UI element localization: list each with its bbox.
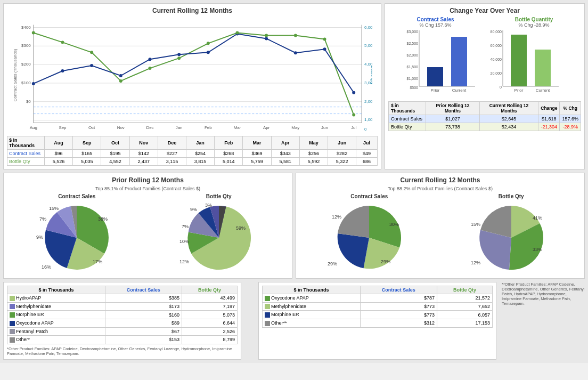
current-row1-swatch (265, 296, 270, 301)
cs-apr: $343 (271, 150, 299, 158)
prior-cs-pie-svg: 38% 17% 16% 9% 7% 15% (34, 200, 119, 275)
prior-row1-swatch (10, 296, 15, 301)
prior-bq-pie-container: Bottle Qty (149, 193, 289, 275)
svg-text:$200: $200 (21, 62, 31, 67)
table-header-oct: Oct (101, 136, 129, 150)
svg-text:Feb: Feb (205, 125, 212, 130)
current-row2-qty: 7,652 (437, 302, 492, 311)
bq-feb: 5,014 (215, 158, 243, 166)
table-header-label: $ in Thousands (7, 136, 45, 150)
yoy-row-bq-change: -21,304 (538, 123, 560, 131)
spacer (244, 282, 255, 360)
table-header-mar: Mar (243, 136, 271, 150)
prior-row3-swatch (10, 312, 15, 318)
svg-text:Prior: Prior (431, 88, 440, 93)
current-row2-label: Methylphenidate (263, 302, 361, 311)
prior-pie-subtitle: Top 85.1% of Product Families (Contract … (7, 186, 289, 191)
table-row: Morphine ER $773 6,057 (263, 311, 493, 319)
bq-apr: 5,581 (271, 158, 299, 166)
prior-cs-pie-label: Contract Sales (58, 193, 95, 199)
yoy-row-bq-prior: 73,738 (426, 123, 479, 131)
current-row1-qty: 21,572 (437, 294, 492, 303)
yoy-cs-svg: $3,000 $2,500 $2,000 $1,500 $1,000 $500 … (403, 28, 478, 97)
table-row: Fentanyl Patch $67 2,526 (7, 327, 238, 336)
svg-text:12%: 12% (471, 260, 480, 265)
svg-point-33 (323, 47, 326, 51)
svg-point-36 (61, 41, 64, 44)
prior-row2-swatch (10, 304, 15, 309)
svg-point-44 (294, 34, 297, 37)
svg-text:$2,500: $2,500 (407, 42, 419, 45)
prior-row5-sales: $67 (105, 327, 182, 336)
current-row1-label: Oxycodone APAP (263, 294, 361, 303)
svg-text:Current: Current (536, 88, 550, 93)
prior-row4-label: Oxycodone APAP (7, 319, 105, 327)
prior-bq-pie-label: Bottle Qty (206, 193, 232, 199)
yoy-th-pctchg: % Chg (560, 102, 581, 115)
svg-text:$500: $500 (410, 86, 418, 90)
svg-point-38 (119, 79, 123, 83)
prior-data-table: $ in Thousands Contract Sales Bottle Qty… (7, 286, 238, 344)
svg-text:16%: 16% (42, 264, 51, 270)
svg-text:Prior: Prior (514, 88, 524, 93)
svg-text:$1,000: $1,000 (407, 77, 419, 80)
cs-nov: $142 (129, 150, 158, 158)
current-row1-sales: $787 (360, 294, 437, 303)
prior-row4-sales: $89 (105, 319, 182, 327)
bq-dec: 3,115 (158, 158, 186, 166)
svg-text:Jul: Jul (351, 125, 356, 130)
prior-bq-bar (511, 35, 527, 86)
svg-text:29%: 29% (328, 261, 337, 266)
current-cs-pie-container: Contract Sales 30% (299, 193, 439, 275)
current-row4-swatch (265, 321, 270, 326)
bq-jun: 5,322 (328, 158, 356, 166)
current-row3-swatch (265, 312, 270, 318)
prior-row4-swatch (10, 321, 15, 326)
svg-text:1,000: 1,000 (364, 117, 372, 122)
svg-text:$2,000: $2,000 (407, 53, 419, 57)
svg-text:$3,000: $3,000 (407, 30, 419, 34)
svg-text:9%: 9% (36, 235, 43, 240)
cs-jun: $282 (328, 150, 356, 158)
prior-row2-sales: $173 (105, 302, 182, 311)
yoy-bq-pct: % Chg -28.9% (487, 22, 581, 28)
svg-text:15%: 15% (49, 206, 59, 211)
table-header-jan: Jan (186, 136, 215, 150)
prior-th-sales: Contract Sales (105, 286, 182, 294)
table-row: Other** $312 17,153 (263, 319, 493, 327)
svg-point-37 (90, 51, 93, 54)
yoy-cs-chart-area: $3,000 $2,500 $2,000 $1,500 $1,000 $500 … (388, 28, 483, 98)
svg-text:$300: $300 (21, 43, 31, 48)
current-cs-pie-label: Contract Sales (350, 193, 388, 199)
prior-row3-sales: $160 (105, 311, 182, 319)
yoy-th-current: Current Rolling 12 Months (479, 102, 538, 115)
current-bq-pie-container: Bottle Qty 41% 33% (442, 193, 582, 275)
bq-may: 5,592 (299, 158, 328, 166)
bq-jan: 3,815 (186, 158, 215, 166)
svg-text:10%: 10% (179, 239, 189, 244)
line-chart-title: Current Rolling 12 Months (7, 7, 378, 14)
yoy-bq-label: Bottle Quantity (487, 17, 581, 22)
svg-text:41%: 41% (533, 215, 542, 221)
svg-text:$100: $100 (21, 80, 31, 85)
current-footnote: **Other Product Families: AFAP Codeine, … (500, 282, 585, 360)
table-row: Oxycodone APAP $787 21,572 (263, 294, 493, 303)
cs-jan: $254 (186, 150, 215, 158)
prior-row1-qty: 43,499 (182, 294, 237, 303)
current-row2-swatch (265, 304, 270, 309)
prior-row5-label: Fentanyl Patch (7, 327, 105, 336)
current-cs-pie-svg: 30% 29% 29% 12% (326, 200, 412, 275)
yoy-row-bq-pct: -28.9% (560, 123, 581, 131)
svg-text:2,000: 2,000 (364, 99, 372, 104)
svg-point-43 (265, 34, 268, 37)
table-header-may: May (299, 136, 328, 150)
svg-text:7%: 7% (182, 224, 189, 229)
table-header-apr: Apr (271, 136, 299, 150)
svg-point-40 (177, 56, 181, 60)
prior-cs-pie-container: Contract Sales (7, 193, 147, 275)
bottom-row: $ in Thousands Contract Sales Bottle Qty… (3, 282, 585, 360)
svg-text:$1,500: $1,500 (407, 65, 419, 69)
current-pie-subtitle: Top 88.2% of Product Families (Contract … (299, 186, 581, 191)
table-row: Oxycodone APAP $89 6,644 (7, 319, 238, 327)
current-row4-label: Other** (263, 319, 361, 327)
